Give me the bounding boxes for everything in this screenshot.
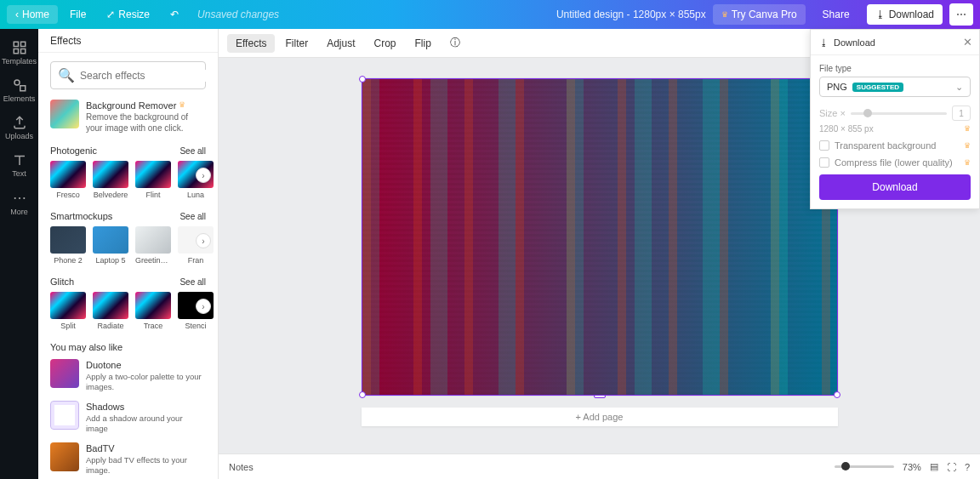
photogenic-header: Photogenic See all <box>50 145 206 156</box>
crown-icon: ♛ <box>964 141 971 150</box>
rail-uploads[interactable]: Uploads <box>0 111 38 145</box>
rec-thumb <box>50 359 79 388</box>
resize-handle-tl[interactable] <box>359 76 366 83</box>
effects-panel-header: Effects <box>38 29 218 53</box>
effect-thumb[interactable]: Greeting car... <box>135 226 171 265</box>
unsaved-changes-label: Unsaved changes <box>197 9 279 20</box>
download-body: File type PNG SUGGESTED ⌄ Size × 1 1280 … <box>811 55 979 208</box>
rec-shadows[interactable]: Shadows Add a shadow around your image <box>50 401 206 434</box>
grid-view-icon[interactable]: ▤ <box>930 461 938 472</box>
crown-icon: ♛ <box>721 10 728 19</box>
rec-info: BadTV Apply bad TV effects to your image… <box>86 442 206 476</box>
chevron-right-icon: › <box>202 171 204 180</box>
effect-thumb[interactable]: Flint <box>135 161 171 199</box>
file-menu[interactable]: File <box>61 5 94 24</box>
effect-thumb[interactable]: Belvedere <box>93 161 128 199</box>
file-type-value: PNG <box>827 82 847 92</box>
effect-thumb[interactable]: Split <box>50 292 86 330</box>
resize-button[interactable]: ⤢ Resize <box>98 5 158 24</box>
undo-button[interactable]: ↶ <box>162 5 187 24</box>
bg-remover-thumb <box>50 100 79 128</box>
background-remover-row[interactable]: Background Remover ♛ Remove the backgrou… <box>50 100 206 134</box>
help-icon[interactable]: ? <box>965 462 970 472</box>
rail-label: More <box>10 208 28 216</box>
file-type-select[interactable]: PNG SUGGESTED ⌄ <box>819 77 971 97</box>
effects-search[interactable]: 🔍 <box>50 61 206 89</box>
notes-button[interactable]: Notes <box>229 462 835 472</box>
download-title: Download <box>834 37 875 48</box>
effect-thumb[interactable]: Fresco <box>50 161 86 199</box>
download-top-label: Download <box>889 9 934 20</box>
resize-handle-br[interactable] <box>834 391 840 398</box>
resize-handle-bl[interactable] <box>359 391 366 398</box>
rail-more[interactable]: ⋯ More <box>0 185 38 220</box>
svg-point-4 <box>14 80 20 85</box>
rail-label: Elements <box>3 94 36 103</box>
effect-thumb[interactable]: Radiate <box>93 292 128 330</box>
undo-icon: ↶ <box>170 9 179 20</box>
effects-panel: Effects 🔍 Background Remover ♛ Remove th… <box>38 29 219 479</box>
try-canva-pro-button[interactable]: ♛ Try Canva Pro <box>713 4 806 25</box>
transparent-bg-row[interactable]: Transparent background ♛ <box>819 140 971 151</box>
add-page-label: + Add page <box>576 412 624 422</box>
templates-icon <box>12 40 27 55</box>
effect-thumb[interactable]: Trace <box>135 292 171 330</box>
size-row: Size × 1 <box>819 105 971 121</box>
size-slider[interactable] <box>851 112 947 115</box>
cat-title: Glitch <box>50 277 74 287</box>
fullscreen-icon[interactable]: ⛶ <box>947 462 956 472</box>
download-popover: ⭳ Download ✕ File type PNG SUGGESTED ⌄ S… <box>810 29 980 209</box>
rec-info: Shadows Add a shadow around your image <box>86 401 206 434</box>
effect-thumb[interactable]: Phone 2 <box>50 226 86 265</box>
home-button[interactable]: ‹ Home <box>7 5 58 24</box>
chevron-down-icon: ⌄ <box>955 82 963 93</box>
download-icon: ⭳ <box>819 37 829 48</box>
see-all-link[interactable]: See all <box>179 212 206 221</box>
checkbox[interactable] <box>819 157 829 168</box>
svg-rect-2 <box>14 49 18 54</box>
svg-rect-3 <box>20 49 25 54</box>
add-page-button[interactable]: + Add page <box>362 408 838 426</box>
rail-label: Uploads <box>5 132 33 140</box>
effect-thumb[interactable]: Laptop 5 <box>93 226 128 265</box>
smartmockups-header: Smartmockups See all <box>50 211 206 221</box>
compress-row[interactable]: Compress file (lower quality) ♛ <box>819 157 971 168</box>
zoom-slider-thumb[interactable] <box>841 462 850 470</box>
document-title[interactable]: Untitled design - 1280px × 855px <box>556 9 706 20</box>
size-slider-thumb[interactable] <box>863 109 872 117</box>
search-icon: 🔍 <box>58 67 75 83</box>
selected-image[interactable] <box>362 78 838 396</box>
rec-badtv[interactable]: BadTV Apply bad TV effects to your image… <box>50 442 206 476</box>
topbar-right: Untitled design - 1280px × 855px ♛ Try C… <box>556 3 973 26</box>
see-all-link[interactable]: See all <box>179 277 206 287</box>
page-1[interactable] <box>362 78 838 396</box>
ctx-adjust[interactable]: Adjust <box>318 34 363 53</box>
rail-templates[interactable]: Templates <box>0 36 38 70</box>
size-value[interactable]: 1 <box>952 105 971 121</box>
rail-text[interactable]: Text <box>0 148 38 182</box>
rail-elements[interactable]: Elements <box>0 73 38 107</box>
zoom-slider[interactable] <box>835 465 894 468</box>
chevron-right-icon: › <box>202 302 204 311</box>
ctx-effects[interactable]: Effects <box>227 34 275 53</box>
rec-duotone[interactable]: Duotone Apply a two-color palette to you… <box>50 359 206 392</box>
ctx-info[interactable]: ⓘ <box>442 32 469 54</box>
download-submit-button[interactable]: Download <box>819 174 971 200</box>
more-menu-button[interactable]: ⋯ <box>949 3 973 26</box>
download-button-top[interactable]: ⭳ Download <box>867 4 943 25</box>
crown-icon: ♛ <box>964 124 971 134</box>
zoom-level[interactable]: 73% <box>903 462 921 472</box>
canvas-area: Effects Filter Adjust Crop Flip ⓘ ▷ Anim… <box>219 29 980 479</box>
rec-thumb <box>50 401 79 430</box>
search-input[interactable] <box>80 70 208 82</box>
see-all-link[interactable]: See all <box>179 146 206 156</box>
photogenic-row: Fresco Belvedere Flint Luna › <box>50 161 206 199</box>
checkbox[interactable] <box>819 140 829 151</box>
try-pro-label: Try Canva Pro <box>732 9 797 20</box>
ctx-crop[interactable]: Crop <box>366 34 405 53</box>
rotate-handle[interactable] <box>594 395 606 398</box>
ctx-flip[interactable]: Flip <box>407 34 440 53</box>
close-icon[interactable]: ✕ <box>963 36 972 48</box>
ctx-filter[interactable]: Filter <box>276 34 316 53</box>
share-button[interactable]: Share <box>812 4 860 25</box>
